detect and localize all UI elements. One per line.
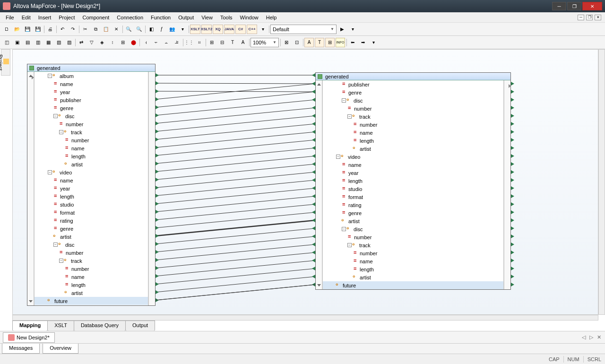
tree-row[interactable]: artist — [323, 145, 503, 153]
tree-row[interactable]: publisher — [323, 80, 503, 88]
show-tips-button[interactable]: ⊠ — [282, 38, 291, 47]
new-button[interactable]: 🗋 — [2, 25, 11, 34]
tree-row[interactable]: year — [35, 184, 148, 192]
tree-row[interactable]: name — [35, 144, 148, 152]
ifelse-button[interactable]: ◈ — [97, 38, 107, 47]
tree-row[interactable]: number — [323, 233, 503, 241]
menu-insert[interactable]: Insert — [35, 14, 55, 21]
xq-button[interactable]: XQ — [213, 25, 223, 34]
redo-button[interactable]: ↷ — [68, 25, 78, 34]
tree-row[interactable]: artist — [323, 217, 503, 225]
toggle-icon[interactable]: − — [59, 259, 63, 263]
tree-row[interactable]: format — [35, 208, 148, 217]
tree-row[interactable]: number — [35, 249, 148, 257]
toggle-icon[interactable]: − — [48, 170, 52, 174]
tree-row[interactable]: publisher — [35, 96, 148, 104]
tree-row[interactable]: length — [35, 152, 148, 160]
csharp-button[interactable]: C# — [235, 25, 246, 34]
back-button[interactable]: ⬅ — [348, 38, 357, 47]
menu-function[interactable]: Function — [147, 14, 174, 21]
toggle-icon[interactable]: − — [347, 243, 352, 247]
collapse-button[interactable]: ⊟ — [217, 38, 227, 47]
group-button[interactable]: ⊞ — [118, 38, 128, 47]
target-component[interactable]: generated publishergenre−discnumber−trac… — [315, 72, 511, 290]
tree-row[interactable]: name — [323, 257, 503, 265]
toggle-icon[interactable]: − — [342, 227, 346, 231]
tree-row[interactable]: −track — [35, 257, 148, 265]
tree-row[interactable]: −track — [323, 241, 503, 249]
run-button[interactable]: ▶ — [337, 25, 347, 34]
mapping-canvas[interactable]: generated −albumnameyearpublishergenre−d… — [12, 49, 598, 315]
menu-help[interactable]: Help — [262, 14, 281, 21]
copy-button[interactable]: ⧉ — [91, 25, 100, 34]
snap-button[interactable]: ⌗ — [195, 38, 204, 47]
close-button[interactable]: ✕ — [582, 2, 602, 10]
align-bottom-button[interactable]: ⫡ — [172, 38, 182, 47]
tree-row[interactable]: format — [323, 193, 503, 201]
tree-row[interactable]: −disc — [323, 225, 503, 233]
menu-view[interactable]: View — [198, 14, 216, 21]
align-right-button[interactable]: ⫟ — [151, 38, 161, 47]
source-component-header[interactable]: generated — [27, 64, 155, 72]
view-text-button[interactable]: A — [304, 38, 314, 47]
tree-row[interactable]: artist — [35, 289, 148, 297]
source-component[interactable]: generated −albumnameyearpublishergenre−d… — [27, 64, 156, 306]
xslt-button[interactable]: XSLT — [190, 25, 200, 34]
tab-nav-prev[interactable]: ◁ — [580, 334, 587, 340]
tree-row[interactable]: name — [35, 273, 148, 281]
horizontal-scrollbar[interactable] — [12, 315, 598, 321]
insert-excel-button[interactable]: ▦ — [43, 38, 53, 47]
tab-overview[interactable]: Overview — [43, 344, 78, 354]
show-types-button[interactable]: T — [228, 38, 237, 47]
tree-row[interactable]: number — [35, 265, 148, 273]
view-t-button[interactable]: T — [315, 38, 324, 47]
view-info-button[interactable]: INFO — [336, 38, 345, 47]
java-button[interactable]: JAVA — [224, 25, 234, 34]
mdi-close-button[interactable]: ✕ — [595, 15, 601, 20]
tree-row[interactable]: length — [323, 137, 503, 145]
tree-row[interactable]: future — [323, 281, 503, 289]
tab-database-query[interactable]: Database Query — [74, 321, 126, 331]
tree-row[interactable]: artist — [35, 233, 148, 241]
toggle-icon[interactable]: − — [347, 114, 352, 119]
maximize-button[interactable]: ❐ — [567, 2, 581, 10]
tree-row[interactable]: rating — [35, 217, 148, 225]
insert-json-button[interactable]: ▨ — [64, 38, 74, 47]
tree-row[interactable]: length — [323, 177, 503, 185]
tree-row[interactable]: number — [35, 136, 148, 144]
paste-button[interactable]: 📋 — [101, 25, 111, 34]
tree-row[interactable]: year — [35, 88, 148, 96]
tree-row[interactable]: length — [35, 281, 148, 289]
delete-button[interactable]: ✕ — [112, 25, 121, 34]
tree-row[interactable]: −disc — [35, 112, 148, 120]
exception-button[interactable]: ⬤ — [129, 38, 138, 47]
tab-messages[interactable]: Messages — [2, 344, 40, 354]
tree-row[interactable]: number — [323, 121, 503, 129]
tree-row[interactable]: name — [35, 80, 148, 88]
tab-nav-close[interactable]: ✕ — [596, 334, 602, 340]
tree-row[interactable]: genre — [35, 225, 148, 233]
menu-tools[interactable]: Tools — [216, 14, 236, 21]
tree-row[interactable]: length — [35, 192, 148, 200]
tree-row[interactable]: −track — [35, 128, 148, 136]
cut-button[interactable]: ✂ — [80, 25, 90, 34]
tree-row[interactable]: future — [35, 297, 148, 305]
tree-row[interactable]: genre — [323, 209, 503, 217]
zoom-select[interactable]: 100%▼ — [251, 38, 279, 47]
target-component-header[interactable]: generated — [316, 73, 510, 80]
toggle-icon[interactable]: − — [336, 155, 340, 159]
insert-component-button[interactable]: ◧ — [147, 25, 156, 34]
insert-function-button[interactable]: ƒ — [157, 25, 166, 34]
tab-xslt[interactable]: XSLT — [47, 321, 74, 331]
minimize-button[interactable]: ─ — [552, 2, 566, 10]
default-select[interactable]: Default▼ — [270, 25, 337, 34]
xslt2-button[interactable]: XSLT2 — [201, 25, 212, 34]
tree-row[interactable]: year — [323, 169, 503, 177]
tree-row[interactable]: name — [35, 176, 148, 184]
vertical-scrollbar[interactable] — [598, 49, 605, 315]
insert-edi-button[interactable]: ▤ — [23, 38, 32, 47]
toggle-icon[interactable]: − — [59, 130, 63, 134]
tree-row[interactable]: −video — [35, 168, 148, 176]
insert-text-button[interactable]: ▥ — [33, 38, 43, 47]
find-button[interactable]: 🔍 — [124, 25, 133, 34]
